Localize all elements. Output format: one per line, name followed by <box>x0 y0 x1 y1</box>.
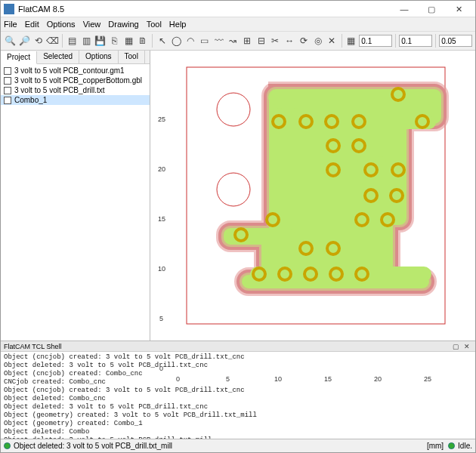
y-tick: 0 <box>159 365 163 372</box>
project-tree: 3 volt to 5 volt PCB_contour.gm1 3 volt … <box>1 64 150 341</box>
rect-icon[interactable]: ▭ <box>198 34 211 48</box>
x-tick: 0 <box>176 375 180 383</box>
doc-icon[interactable]: 🗎 <box>137 34 150 48</box>
path-icon[interactable]: ↝ <box>227 34 240 48</box>
left-panel: Project Selected Options Tool 3 volt to … <box>1 51 150 341</box>
console-close-icon[interactable]: ✕ <box>462 343 472 350</box>
buffer-icon[interactable]: ◎ <box>311 34 324 48</box>
app-window: FlatCAM 8.5 — ▢ ✕ File Edit Options View… <box>0 0 476 453</box>
maximize-button[interactable]: ▢ <box>418 2 445 17</box>
tree-item[interactable]: 3 volt to 5 volt PCB_copperBottom.gbl <box>1 76 150 85</box>
tab-selected[interactable]: Selected <box>37 51 79 63</box>
left-tabs: Project Selected Options Tool <box>1 51 150 64</box>
tree-item-label: 3 volt to 5 volt PCB_copperBottom.gbl <box>14 76 142 85</box>
status-units: [mm] <box>427 442 444 450</box>
open-icon[interactable]: ▥ <box>80 34 93 48</box>
circle-icon[interactable]: ◯ <box>170 34 183 48</box>
grid-icon[interactable]: ▦ <box>345 34 358 48</box>
separator <box>62 34 63 48</box>
menu-view[interactable]: View <box>83 20 101 29</box>
console-title-text: FlatCAM TCL Shell <box>4 343 62 350</box>
y-tick: 25 <box>158 116 165 123</box>
separator <box>395 34 396 48</box>
canvas-pane[interactable]: 0 5 10 15 20 25 0 5 10 15 20 25 <box>150 51 475 341</box>
save-icon[interactable]: 💾 <box>94 34 107 48</box>
new-icon[interactable]: ▤ <box>66 34 79 48</box>
close-button[interactable]: ✕ <box>445 2 472 17</box>
tree-item[interactable]: 3 volt to 5 volt PCB_contour.gm1 <box>1 66 150 76</box>
union-icon[interactable]: ⊞ <box>241 34 254 48</box>
rotate-icon[interactable]: ⟳ <box>298 34 311 48</box>
pointer-icon[interactable]: ↖ <box>156 34 168 48</box>
arc-icon[interactable]: ◠ <box>184 34 197 48</box>
menu-help[interactable]: Help <box>169 20 187 29</box>
copy-icon[interactable]: ⎘ <box>108 34 121 48</box>
svg-point-2 <box>217 173 250 206</box>
y-tick: 5 <box>159 315 163 322</box>
delete-icon[interactable]: ✕ <box>326 34 338 48</box>
svg-point-1 <box>217 93 250 126</box>
polyline-icon[interactable]: 〰 <box>212 34 225 48</box>
gerber-icon <box>4 67 11 75</box>
status-idle: Idle. <box>458 442 472 450</box>
geometry-icon <box>4 97 11 104</box>
minimize-button[interactable]: — <box>391 2 418 17</box>
y-tick: 15 <box>158 215 165 223</box>
canvas-area: 0 5 10 15 20 25 0 5 10 15 20 25 <box>158 54 472 337</box>
tree-item-label: 3 volt to 5 volt PCB_contour.gm1 <box>14 66 125 75</box>
window-controls: — ▢ ✕ <box>391 2 472 17</box>
y-tick: 20 <box>158 165 165 173</box>
menu-file[interactable]: File <box>4 20 17 29</box>
y-tick: 10 <box>158 265 165 273</box>
status-ok-icon <box>4 442 11 449</box>
snap-field[interactable] <box>439 35 472 47</box>
menu-options[interactable]: Options <box>47 20 76 29</box>
move-icon[interactable]: ↔ <box>283 34 296 48</box>
tree-item-label: 3 volt to 5 volt PCB_drill.txt <box>14 86 105 94</box>
separator <box>152 34 153 48</box>
pcb-plot <box>172 55 453 372</box>
tree-item[interactable]: 3 volt to 5 volt PCB_drill.txt <box>1 85 150 95</box>
app-title: FlatCAM 8.5 <box>18 5 391 14</box>
svg-rect-3 <box>274 108 285 274</box>
tree-item[interactable]: Combo_1 <box>1 95 150 105</box>
x-tick: 20 <box>374 375 382 383</box>
grid-x-field[interactable] <box>359 35 392 47</box>
tab-options[interactable]: Options <box>79 51 118 63</box>
clear-icon[interactable]: ⌫ <box>46 34 59 48</box>
titlebar: FlatCAM 8.5 — ▢ ✕ <box>1 1 475 17</box>
subtract-icon[interactable]: ⊟ <box>255 34 267 48</box>
status-text: Object deleted: 3 volt to 5 volt PCB_dri… <box>14 442 172 450</box>
tab-project[interactable]: Project <box>1 51 37 64</box>
svg-rect-6 <box>338 146 348 274</box>
tab-tool[interactable]: Tool <box>119 51 145 63</box>
body: Project Selected Options Tool 3 volt to … <box>1 51 475 341</box>
menubar: File Edit Options View Drawing Tool Help <box>1 17 475 31</box>
gerber-icon <box>4 77 11 85</box>
tree-item-label: Combo_1 <box>14 96 47 104</box>
menu-edit[interactable]: Edit <box>25 20 39 29</box>
separator <box>342 34 342 48</box>
x-tick: 25 <box>424 375 431 383</box>
x-tick: 10 <box>274 375 282 383</box>
grid-y-field[interactable] <box>399 35 432 47</box>
toolbar: 🔍 🔎 ⟲ ⌫ ▤ ▥ 💾 ⎘ ▦ 🗎 ↖ ◯ ◠ ▭ 〰 ↝ ⊞ ⊟ ✂ ↔ … <box>1 31 475 51</box>
refresh-icon[interactable]: ⟲ <box>32 34 45 48</box>
status-idle-icon <box>448 442 455 449</box>
menu-tool[interactable]: Tool <box>147 20 162 29</box>
menu-drawing[interactable]: Drawing <box>108 20 138 29</box>
zoom-in-icon[interactable]: 🔍 <box>4 34 17 48</box>
export-icon[interactable]: ▦ <box>122 34 135 48</box>
x-tick: 5 <box>226 375 230 383</box>
zoom-out-icon[interactable]: 🔎 <box>18 34 31 48</box>
cut-icon[interactable]: ✂ <box>269 34 282 48</box>
separator <box>435 34 436 48</box>
statusbar: Object deleted: 3 volt to 5 volt PCB_dri… <box>1 439 475 452</box>
svg-rect-9 <box>268 90 434 105</box>
x-tick: 15 <box>324 375 332 383</box>
excellon-icon <box>4 87 11 94</box>
pcb-svg <box>172 55 453 372</box>
app-icon <box>4 4 14 14</box>
